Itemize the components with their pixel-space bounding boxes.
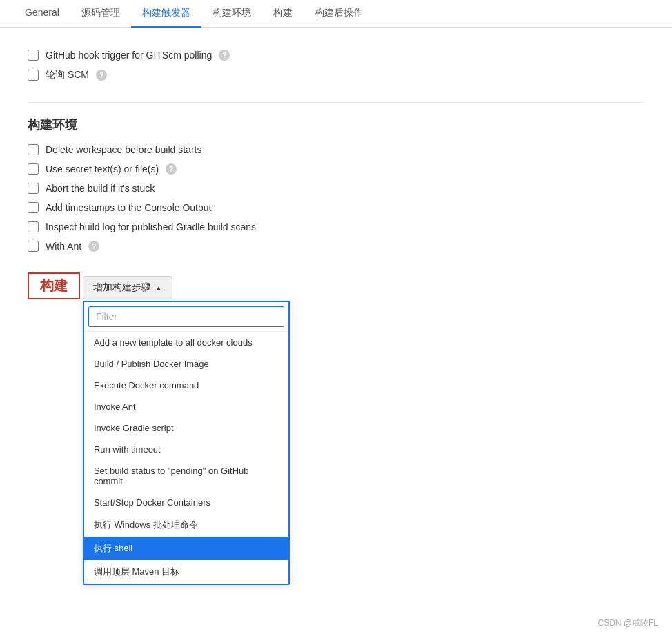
filter-input[interactable] [88, 306, 284, 327]
label-with-ant: With Ant [46, 241, 81, 252]
tab-post[interactable]: 构建后操作 [304, 0, 374, 28]
tab-bar: General 源码管理 构建触发器 构建环境 构建 构建后操作 [0, 0, 672, 28]
label-secret-text: Use secret text(s) or file(s) [46, 163, 159, 175]
arrow-up-icon: ▲ [155, 284, 162, 292]
label-delete-workspace: Delete workspace before build starts [46, 144, 201, 155]
dropdown-item-invoke-ant[interactable]: Invoke Ant [84, 396, 288, 417]
tab-build[interactable]: 构建 [262, 0, 304, 28]
help-icon-github-hook[interactable]: ? [219, 50, 230, 61]
checkbox-inspect-gradle[interactable] [28, 221, 39, 232]
dropdown-item-docker-publish[interactable]: Build / Publish Docker Image [84, 353, 288, 375]
build-section-heading: 构建 [28, 272, 80, 299]
section-divider-1 [28, 102, 644, 103]
help-icon-with-ant[interactable]: ? [88, 241, 99, 252]
add-step-button[interactable]: 增加构建步骤 ▲ [83, 276, 172, 299]
checkbox-github-hook[interactable] [28, 50, 39, 61]
checkbox-with-ant[interactable] [28, 241, 39, 252]
label-poll-scm: 轮询 SCM [46, 69, 89, 81]
checkbox-secret-text[interactable] [28, 163, 39, 175]
env-section: 构建环境 Delete workspace before build start… [28, 117, 644, 252]
dropdown-item-exec-shell[interactable]: 执行 shell [84, 537, 288, 560]
checkbox-row-abort-stuck: Abort the build if it's stuck [28, 183, 644, 194]
add-step-dropdown-container: 增加构建步骤 ▲ Add a new template to all docke… [83, 276, 172, 299]
checkbox-poll-scm[interactable] [28, 70, 39, 81]
dropdown-menu: Add a new template to all docker clouds … [83, 301, 290, 585]
dropdown-item-docker-containers[interactable]: Start/Stop Docker Containers [84, 492, 288, 513]
trigger-section: GitHub hook trigger for GITScm polling ?… [28, 50, 644, 81]
dropdown-item-docker-exec[interactable]: Execute Docker command [84, 375, 288, 396]
page-container: General 源码管理 构建触发器 构建环境 构建 构建后操作 GitHub … [0, 0, 672, 636]
tab-source[interactable]: 源码管理 [70, 0, 131, 28]
checkbox-abort-stuck[interactable] [28, 183, 39, 194]
checkbox-row-inspect-gradle: Inspect build log for published Gradle b… [28, 221, 644, 232]
label-inspect-gradle: Inspect build log for published Gradle b… [46, 221, 256, 232]
label-github-hook: GitHub hook trigger for GITScm polling [46, 50, 212, 61]
label-abort-stuck: Abort the build if it's stuck [46, 183, 155, 194]
dropdown-item-maven-top[interactable]: 调用顶层 Maven 目标 [84, 560, 288, 584]
checkbox-row-with-ant: With Ant ? [28, 241, 644, 252]
checkbox-timestamps[interactable] [28, 202, 39, 213]
dropdown-item-invoke-gradle[interactable]: Invoke Gradle script [84, 417, 288, 439]
tab-general[interactable]: General [14, 0, 70, 28]
help-icon-secret-text[interactable]: ? [166, 163, 177, 175]
dropdown-item-run-timeout[interactable]: Run with timeout [84, 439, 288, 460]
tab-trigger[interactable]: 构建触发器 [131, 0, 201, 28]
checkbox-row-secret-text: Use secret text(s) or file(s) ? [28, 163, 644, 175]
dropdown-item-docker-template[interactable]: Add a new template to all docker clouds [84, 332, 288, 353]
checkbox-row-delete-workspace: Delete workspace before build starts [28, 144, 644, 155]
label-timestamps: Add timestamps to the Console Output [46, 202, 211, 213]
env-section-heading: 构建环境 [28, 117, 644, 133]
help-icon-poll-scm[interactable]: ? [96, 70, 107, 81]
add-step-label: 增加构建步骤 [93, 281, 151, 294]
checkbox-row-github-hook: GitHub hook trigger for GITScm polling ? [28, 50, 644, 61]
checkbox-row-timestamps: Add timestamps to the Console Output [28, 202, 644, 213]
watermark-text: CSDN @戒陵FL [597, 617, 658, 629]
build-section: 构建 增加构建步骤 ▲ Add a new template to all do… [28, 272, 644, 313]
dropdown-item-windows-batch[interactable]: 执行 Windows 批处理命令 [84, 513, 288, 537]
tab-env[interactable]: 构建环境 [201, 0, 262, 28]
dropdown-item-set-status[interactable]: Set build status to "pending" on GitHub … [84, 460, 288, 492]
checkbox-delete-workspace[interactable] [28, 144, 39, 155]
filter-input-wrapper [84, 302, 288, 332]
checkbox-row-poll-scm: 轮询 SCM ? [28, 69, 644, 81]
content-area: GitHub hook trigger for GITScm polling ?… [0, 28, 672, 348]
